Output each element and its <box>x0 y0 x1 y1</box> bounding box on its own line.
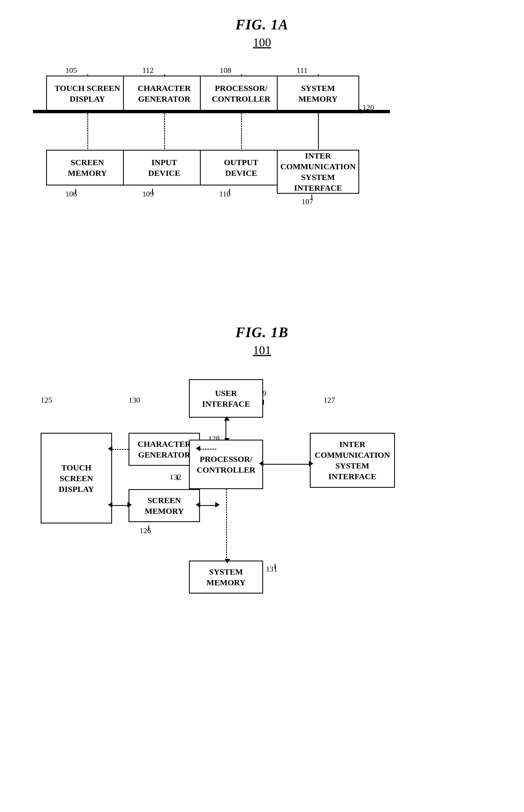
tick-129 <box>263 400 264 405</box>
arrowhead-tsd-sm-l <box>108 502 112 508</box>
box-touch-screen-b: TOUCHSCREENDISPLAY <box>40 433 112 524</box>
box-output-dev: OUTPUTDEVICE <box>200 150 282 186</box>
label-120: 120 <box>362 103 374 112</box>
arrow-proc-inter-h <box>263 464 310 465</box>
connector-inter-comm <box>318 113 319 149</box>
label-131: 131 <box>266 565 277 573</box>
arrow-120 <box>360 109 364 114</box>
label-130: 130 <box>129 396 140 404</box>
tick-132 <box>177 475 178 480</box>
box-input-dev: INPUTDEVICE <box>123 150 206 186</box>
connector-input-dev <box>164 113 165 149</box>
arrowhead-sm-proc-l <box>196 502 200 508</box>
label-132: 132 <box>170 473 181 481</box>
label-125: 125 <box>40 396 52 404</box>
box-inter-comm: INTERCOMMUNICATIONSYSTEM INTERFACE <box>277 150 359 194</box>
tick-106 <box>75 189 76 194</box>
connector-output-dev <box>241 113 242 149</box>
fig1b-number: 101 <box>33 343 491 357</box>
tick-110 <box>229 189 230 194</box>
fig1a-number: 100 <box>33 35 491 49</box>
label-127: 127 <box>324 396 335 404</box>
page-container: FIG. 1A 100 105 112 108 111 TOUCH SCREEN… <box>0 0 524 695</box>
box-inter-comm-b: INTERCOMMUNICATIONSYSTEM INTERFACE <box>310 433 395 488</box>
box-screen-mem: SCREENMEMORY <box>46 150 129 186</box>
label-126: 126 <box>140 526 151 535</box>
arrowhead-tsd-sm-r <box>128 502 132 508</box>
label-110: 110 <box>219 190 230 198</box>
arrowhead-proc-sysmem-d <box>225 559 230 563</box>
arrowhead-proc-inter-r <box>309 461 313 466</box>
box-screen-mem-b: SCREENMEMORY <box>129 489 200 522</box>
connector-screen-mem <box>87 113 88 149</box>
fig1a-title: FIG. 1A <box>33 16 491 33</box>
arrowhead-cg-tsd <box>108 446 112 451</box>
arrowhead-cg-proc-l <box>196 446 200 451</box>
arrowhead-sm-proc-r <box>215 502 220 508</box>
tick-126 <box>148 525 149 530</box>
tick-109 <box>152 189 153 194</box>
box-sys-mem: SYSTEMMEMORY <box>277 76 359 111</box>
label-112: 112 <box>142 66 153 75</box>
fig1a-diagram: 105 112 108 111 TOUCH SCREENDISPLAY CHAR… <box>33 66 491 280</box>
dashed-proc-sysmem <box>226 489 227 560</box>
dashed-cg-proc <box>200 449 216 449</box>
dashed-cg-to-tsd <box>112 449 129 450</box>
tick-131 <box>275 564 276 569</box>
box-user-interface: USERINTERFACE <box>189 379 263 418</box>
label-111: 111 <box>297 66 308 75</box>
box-touch-screen: TOUCH SCREENDISPLAY <box>46 76 129 111</box>
fig1b-title: FIG. 1B <box>33 324 491 340</box>
label-108: 108 <box>220 66 231 75</box>
arrowhead-ui-up <box>224 416 230 421</box>
arrow-tsd-sm-h <box>112 505 129 506</box>
arrowhead-proc-inter-l <box>259 461 263 466</box>
fig1b-diagram: 125 130 128 129 127 USERINTERFACE TOUCHS… <box>33 374 491 662</box>
bus-line <box>33 110 390 113</box>
arrow-sm-to-proc <box>200 505 216 506</box>
tick-107 <box>311 194 312 200</box>
box-sys-mem-b: SYSTEMMEMORY <box>189 560 263 593</box>
box-processor: PROCESSOR/CONTROLLER <box>200 76 282 111</box>
box-char-gen: CHARACTERGENERATOR <box>123 76 206 111</box>
arrow-ui-down <box>226 418 226 440</box>
label-105: 105 <box>65 66 77 75</box>
